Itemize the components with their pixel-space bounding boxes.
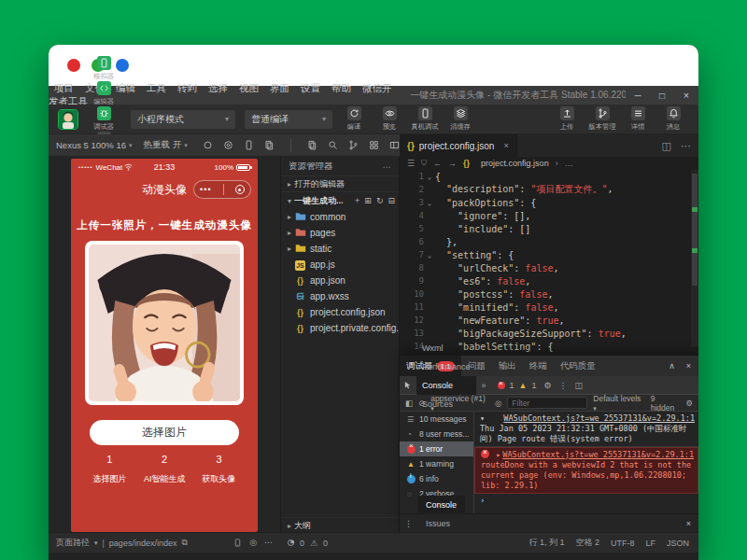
refresh-explorer-icon[interactable]: ↻: [376, 196, 384, 205]
hidden-count[interactable]: 9 hidden: [651, 394, 681, 413]
console-filter-input[interactable]: [507, 397, 587, 409]
exit-target-icon[interactable]: [235, 185, 245, 194]
toolbar-button-详情[interactable]: 详情: [621, 106, 655, 132]
outline-section[interactable]: ▸大纲: [281, 517, 399, 533]
close-button[interactable]: ×: [674, 91, 698, 101]
menu-界面[interactable]: 界面: [264, 82, 295, 93]
cursor-position[interactable]: 行 1, 列 1: [529, 537, 564, 549]
console-settings-icon[interactable]: ⚙: [685, 399, 693, 408]
devtools-tab-console[interactable]: Console: [416, 376, 476, 395]
console-message-group[interactable]: WASubContext.js?t=we_25537131&v=2.29.1:1…: [474, 412, 698, 447]
collapse-all-icon[interactable]: ⊟: [388, 196, 395, 205]
debugger-tab-终端[interactable]: 终端: [523, 356, 554, 376]
breadcrumb-file[interactable]: project.config.json: [481, 159, 549, 168]
menu-选择[interactable]: 选择: [203, 82, 233, 93]
split-editor-icon[interactable]: ◫: [662, 140, 671, 152]
close-panel-icon[interactable]: ×: [686, 361, 691, 371]
record-circle-icon[interactable]: [203, 140, 213, 151]
new-file-icon[interactable]: +: [355, 196, 359, 205]
device-frame-icon[interactable]: [244, 140, 254, 151]
clear-console-icon[interactable]: ⊘: [418, 399, 425, 408]
search-icon[interactable]: [328, 140, 338, 151]
device-select[interactable]: Nexus 5 100% 16: [56, 140, 126, 150]
git-branch-icon[interactable]: [348, 140, 359, 151]
menu-帮助[interactable]: 帮助: [326, 82, 357, 93]
fold-icon[interactable]: ⌄: [424, 251, 435, 259]
eol[interactable]: LF: [645, 539, 655, 548]
preview-eye-icon[interactable]: ◎: [249, 538, 257, 548]
toolbar-button-清缓存[interactable]: 清缓存: [444, 106, 477, 132]
language-mode[interactable]: JSON: [667, 539, 689, 548]
source-link[interactable]: WASubContext.js?t=we_25537131&v=2.29.1:1: [503, 413, 695, 424]
drawer-tab-issues[interactable]: Issues: [417, 514, 465, 533]
minimize-button[interactable]: ─: [626, 91, 650, 101]
devtools-tab-performance[interactable]: Performance: [416, 357, 476, 376]
menu-项目[interactable]: 项目: [49, 82, 79, 93]
nav-back-icon[interactable]: ←: [433, 159, 442, 168]
nav-forward-icon[interactable]: →: [448, 159, 457, 168]
breadcrumb-more[interactable]: …: [565, 159, 573, 168]
choose-image-button[interactable]: 选择图片: [90, 420, 239, 445]
tree-item-common[interactable]: ▸common: [281, 209, 399, 225]
hot-reload-toggle[interactable]: 热重载 开: [144, 139, 182, 151]
editor-scrollbar[interactable]: [691, 170, 698, 347]
context-select[interactable]: appservice (#1) ▾: [430, 394, 489, 413]
status-problems[interactable]: 0 ⚠ 0: [280, 539, 400, 548]
console-filter-8-user-mess...[interactable]: ◔8 user mess...: [400, 427, 473, 441]
console-error-message[interactable]: WASubContext.js?t=we_25537131&v=2.29.1:1…: [474, 447, 698, 494]
tree-item-app.js[interactable]: JSapp.js: [281, 257, 399, 273]
page-path-label[interactable]: 页面路径: [56, 537, 90, 549]
tree-item-pages[interactable]: ▸pages: [281, 225, 399, 241]
debugger-tab-输出[interactable]: 输出: [492, 356, 523, 376]
console-prompt[interactable]: ›: [474, 494, 698, 507]
console-filter-1-error[interactable]: 1 error: [400, 441, 473, 456]
more-menu-icon[interactable]: •••: [200, 185, 211, 194]
menu-工具[interactable]: 工具: [141, 82, 172, 93]
compile-select[interactable]: 普通编译▾: [245, 110, 332, 129]
tree-item-app.wxss[interactable]: ᙦapp.wxss: [281, 288, 399, 304]
project-root[interactable]: ▾一键生成动... + ⊞ ↻ ⊟: [281, 192, 399, 209]
outline-list-icon[interactable]: ☰: [407, 159, 415, 168]
inspect-element-icon[interactable]: [403, 380, 413, 390]
bookmark-icon[interactable]: ⛉: [421, 159, 427, 168]
tree-item-static[interactable]: ▸static: [281, 241, 399, 257]
tabs-overflow-chevron[interactable]: »: [476, 376, 492, 395]
record-dot-icon[interactable]: [223, 140, 233, 151]
indentation[interactable]: 空格 2: [575, 537, 599, 549]
tree-item-project.config.json[interactable]: {}project.config.json: [281, 304, 399, 320]
code-block[interactable]: 1⌄{2 "description": "项目配置文件。",3⌄ "packOp…: [400, 170, 691, 366]
collapse-panel-icon[interactable]: ∧: [669, 361, 675, 371]
menu-转到[interactable]: 转到: [172, 82, 203, 93]
menu-视图[interactable]: 视图: [233, 82, 264, 93]
copy-path-icon[interactable]: ⧉: [181, 538, 187, 548]
page-path-value[interactable]: pages/index/index: [109, 539, 177, 548]
explorer-more-icon[interactable]: ⋯: [383, 161, 392, 172]
levels-select[interactable]: Default levels ▾: [593, 394, 644, 413]
open-editors-section[interactable]: ▸打开的编辑器: [281, 175, 399, 192]
devtools-popout-icon[interactable]: ◫: [575, 381, 584, 390]
extensions-icon[interactable]: [369, 140, 379, 151]
fold-icon[interactable]: ⌄: [424, 199, 435, 207]
editor-more-icon[interactable]: ⋯: [681, 140, 691, 152]
toolbar-button-预览[interactable]: 预览: [373, 106, 406, 132]
toolbar-button-调试器[interactable]: 调试器: [87, 106, 120, 132]
source-link[interactable]: WASubContext.js?t=we_25537131&v=2.29.1:1: [502, 450, 694, 460]
encoding[interactable]: UTF-8: [611, 539, 635, 548]
console-filter-10-messages[interactable]: ☰10 messages: [400, 412, 473, 427]
toolbar-button-消息[interactable]: 消息: [656, 106, 690, 132]
close-traffic-light[interactable]: [67, 59, 80, 72]
close-drawer-icon[interactable]: ×: [686, 519, 691, 528]
mode-select[interactable]: 小程序模式▾: [131, 110, 235, 129]
toolbar-button-版本管理[interactable]: 版本管理: [585, 106, 619, 132]
fold-icon[interactable]: ⌄: [424, 173, 435, 181]
toolbar-button-真机调试[interactable]: 真机调试: [408, 106, 442, 132]
menu-设置[interactable]: 设置: [295, 82, 326, 93]
drawer-tab-console[interactable]: Console: [417, 496, 465, 514]
user-avatar[interactable]: [58, 109, 78, 130]
tree-item-project.private.config.json[interactable]: {}project.private.config.json: [281, 320, 399, 336]
devtools-tab-wxml[interactable]: Wxml: [416, 339, 476, 357]
devtools-kebab-icon[interactable]: ⋮: [559, 381, 568, 390]
vconsole-icon[interactable]: [233, 538, 242, 548]
devtools-settings-icon[interactable]: ⚙: [544, 381, 552, 390]
tab-project-config-json[interactable]: {} project.config.json ×: [400, 134, 517, 157]
